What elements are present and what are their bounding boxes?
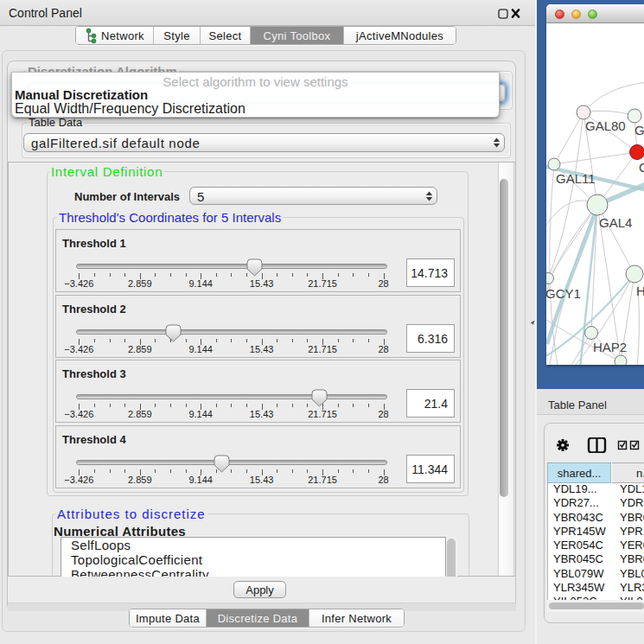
svg-text:H: H (636, 284, 644, 298)
svg-text:G.: G. (634, 123, 644, 137)
svg-text:HAP2: HAP2 (593, 340, 627, 354)
svg-text:GAL4: GAL4 (599, 215, 632, 230)
svg-text:GCY1: GCY1 (546, 286, 581, 301)
svg-text:C: C (639, 160, 644, 175)
svg-text:GAL80: GAL80 (585, 118, 626, 133)
svg-text:GAL11: GAL11 (556, 171, 596, 186)
